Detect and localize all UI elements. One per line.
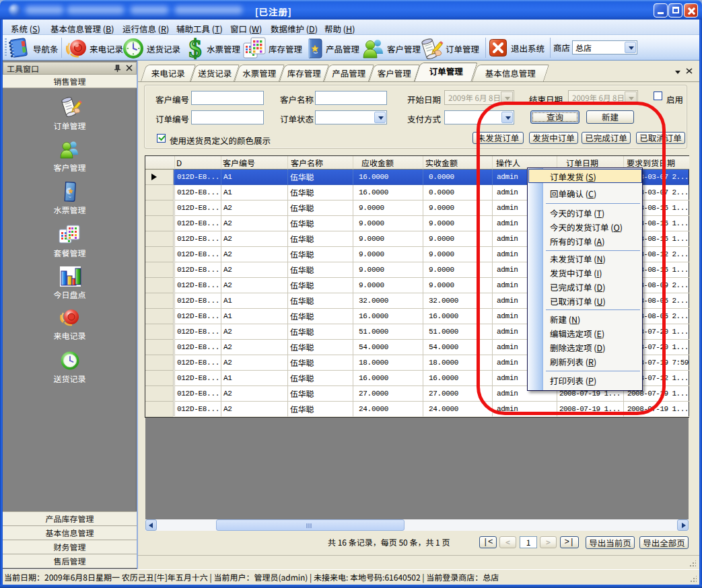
svg-text:$: $ bbox=[189, 36, 202, 61]
